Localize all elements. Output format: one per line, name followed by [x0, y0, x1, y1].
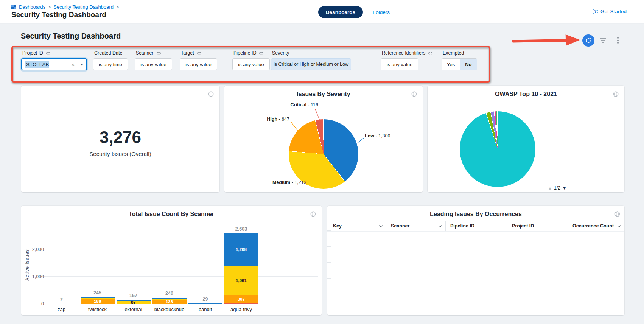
- column-header-occurrence-count[interactable]: Occurrence Count: [568, 221, 624, 231]
- top-bar: Dashboards > Security Testing Dashboard …: [0, 0, 644, 24]
- link-icon: [156, 51, 161, 56]
- column-header-key[interactable]: Key: [327, 221, 386, 231]
- bar-column-external[interactable]: 15787external: [115, 224, 151, 304]
- globe-icon: [310, 211, 316, 217]
- refresh-button[interactable]: [582, 34, 594, 47]
- exempted-toggle: Yes No: [442, 58, 477, 70]
- card-title: Leading Issues By Occurrences: [327, 211, 624, 218]
- bar-category-label: aqua-trivy: [219, 307, 263, 312]
- chevron-down-icon: [617, 225, 621, 227]
- bar-segment-medium[interactable]: [81, 298, 115, 298]
- page-indicator: 1/2: [554, 185, 560, 191]
- bar-segment-low[interactable]: [81, 297, 115, 298]
- get-started-link[interactable]: ? Get Started: [593, 9, 627, 14]
- column-header-pipeline-id[interactable]: Pipeline ID: [445, 221, 507, 231]
- bar-segment-low[interactable]: [188, 303, 222, 304]
- bar-segment-medium[interactable]: [152, 299, 187, 300]
- bar-total-label: 157: [129, 293, 137, 298]
- breadcrumb-separator: >: [48, 5, 51, 10]
- column-header-project-id[interactable]: Project ID: [507, 221, 568, 231]
- severity-pie-chart[interactable]: [289, 119, 358, 189]
- bar-segment-low[interactable]: [152, 298, 187, 299]
- exempted-yes-option[interactable]: Yes: [442, 59, 460, 70]
- bar-segment-low[interactable]: [117, 300, 151, 301]
- bar-segment-critical[interactable]: [81, 304, 115, 304]
- filter-pipeline-id: Pipeline ID is any value: [232, 50, 270, 70]
- page-down-icon[interactable]: ▼: [562, 186, 566, 190]
- target-filter-button[interactable]: is any value: [180, 58, 217, 70]
- clear-icon[interactable]: ×: [71, 62, 75, 67]
- bar-segment-value: 1,208: [224, 247, 258, 252]
- filter-severity: Severity is Critical or High or Medium o…: [271, 50, 351, 70]
- severity-filter-button[interactable]: is Critical or High or Medium or Low: [271, 58, 351, 70]
- card-owasp-top-10: OWASP Top 10 - 2021 ▲ 1/2 ▼: [428, 86, 624, 192]
- bar-segment-medium[interactable]: 87: [117, 301, 151, 303]
- created-date-filter-button[interactable]: is any time: [93, 58, 128, 70]
- filter-label: Exempted: [443, 50, 464, 56]
- overall-count-value: 3,276: [21, 128, 219, 147]
- bar-segment-low[interactable]: 1,208: [224, 233, 258, 266]
- link-icon: [428, 51, 433, 56]
- dashboard-filters-button[interactable]: [600, 38, 606, 44]
- bar-column-aqua-trivy[interactable]: 2,6033071,0611,208aqua-trivy: [223, 224, 259, 304]
- refresh-icon: [585, 37, 592, 44]
- bar-column-twistlock[interactable]: 245188twistlock: [79, 224, 115, 304]
- get-started-label: Get Started: [600, 9, 627, 14]
- filter-label: Target: [181, 50, 194, 56]
- bar-total-label: 240: [165, 291, 173, 296]
- exempted-no-option[interactable]: No: [460, 59, 476, 70]
- card-total-issue-count-by-scanner: Total Issue Count By Scanner 01,0002,000…: [21, 206, 322, 315]
- filter-created-date: Created Date is any time: [93, 50, 128, 70]
- table-row-divider: [327, 262, 331, 263]
- bar-segment-high[interactable]: 188: [81, 299, 115, 304]
- filter-label: Created Date: [94, 50, 122, 56]
- bar-total-label: 29: [203, 296, 208, 302]
- bar-columns: 2zap245188twistlock15787external240138bl…: [44, 224, 259, 304]
- tab-folders[interactable]: Folders: [373, 9, 390, 15]
- dashboard-main: Security Testing Dashboard Project ID ST…: [0, 23, 644, 324]
- bar-total-label: 2,603: [235, 226, 247, 232]
- breadcrumb-current[interactable]: Security Testing Dashboard: [53, 4, 114, 10]
- breadcrumb: Dashboards > Security Testing Dashboard …: [11, 4, 119, 10]
- bar-column-zap[interactable]: 2zap: [44, 224, 79, 304]
- column-header-scanner[interactable]: Scanner: [386, 221, 445, 231]
- table-header-row: Key Scanner Pipeline ID Project ID Occur…: [327, 221, 624, 232]
- filter-target: Target is any value: [180, 50, 217, 70]
- card-title: OWASP Top 10 - 2021: [428, 91, 624, 98]
- table-row-divider: [327, 246, 331, 247]
- pipeline-id-filter-button[interactable]: is any value: [232, 58, 270, 70]
- breadcrumb-dashboards[interactable]: Dashboards: [19, 4, 45, 10]
- input-divider: [78, 61, 78, 68]
- card-leading-issues-by-occurrences: Leading Issues By Occurrences Key Scanne…: [327, 206, 624, 315]
- bar-segment-medium[interactable]: 1,061: [224, 266, 258, 295]
- card-title: Total Issue Count By Scanner: [21, 211, 322, 218]
- tab-dashboards[interactable]: Dashboards: [318, 6, 363, 18]
- dashboard-title: Security Testing Dashboard: [21, 32, 121, 40]
- dashboards-grid-icon: [11, 5, 16, 9]
- bar-column-blackduckhub[interactable]: 240138blackduckhub: [151, 224, 187, 304]
- view-tabs: Dashboards Folders: [318, 6, 390, 18]
- bar-segment-high[interactable]: 138: [152, 300, 187, 304]
- text-cursor: [50, 61, 50, 67]
- globe-icon: [208, 91, 214, 97]
- card-title: Issues By Severity: [224, 91, 423, 98]
- project-id-input[interactable]: STO_LAB × ▾: [21, 58, 87, 70]
- bar-total-label: 245: [93, 290, 101, 296]
- card-security-issues-overall: 3,276 Security Issues (Overall): [21, 86, 219, 192]
- link-icon: [259, 51, 264, 56]
- bar-segment-value: 188: [81, 299, 115, 304]
- more-options-kebab[interactable]: [617, 37, 619, 45]
- page-up-icon[interactable]: ▲: [548, 186, 552, 190]
- page-title: Security Testing Dashboard: [11, 11, 106, 19]
- chevron-down-icon: [438, 225, 442, 227]
- dropdown-caret-icon[interactable]: ▾: [81, 62, 83, 67]
- filter-exempted: Exempted Yes No: [442, 50, 477, 70]
- owasp-pie-chart[interactable]: [460, 111, 535, 187]
- reference-identifiers-filter-button[interactable]: is any value: [381, 58, 418, 70]
- bar-segment-critical[interactable]: [224, 303, 258, 304]
- bar-segment-high[interactable]: 307: [224, 295, 258, 303]
- bar-column-bandit[interactable]: 29bandit: [187, 224, 223, 304]
- filter-label: Reference Identifiers: [382, 50, 425, 56]
- scanner-filter-button[interactable]: is any value: [135, 58, 172, 70]
- link-icon: [197, 51, 202, 56]
